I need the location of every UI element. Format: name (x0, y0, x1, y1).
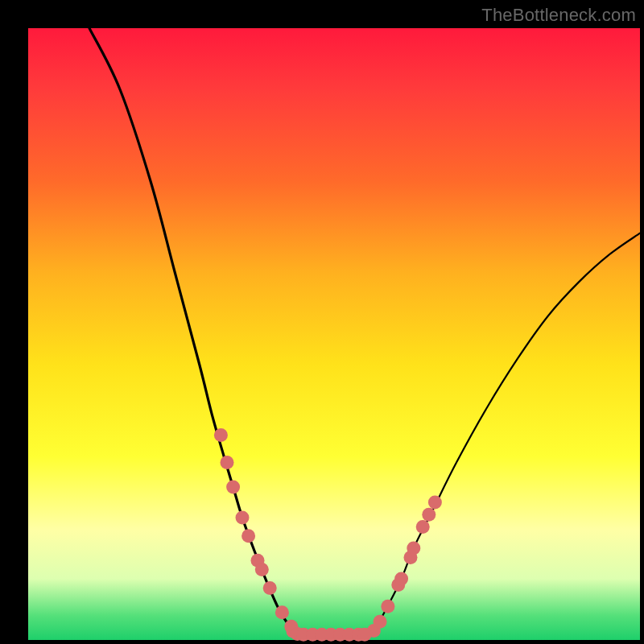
chart-marker (226, 481, 240, 494)
chart-marker (275, 605, 289, 619)
chart-marker (416, 520, 430, 534)
chart-frame: TheBottleneck.com (0, 0, 644, 644)
chart-marker (236, 511, 250, 525)
chart-marker (263, 581, 277, 595)
chart-marker (381, 600, 394, 613)
chart-svg (28, 28, 640, 640)
chart-marker (374, 615, 387, 629)
chart-marker (407, 542, 420, 555)
watermark-text: TheBottleneck.com (481, 5, 636, 26)
chart-marker (358, 628, 372, 642)
chart-lines (89, 28, 640, 634)
chart-marker (255, 563, 269, 576)
chart-marker (428, 496, 442, 510)
chart-marker (221, 456, 234, 469)
chart-plot-area (28, 28, 640, 640)
chart-markers (214, 428, 442, 642)
chart-marker (394, 572, 408, 586)
chart-line (89, 28, 303, 634)
chart-marker (422, 508, 436, 522)
chart-marker (214, 428, 228, 442)
chart-marker (242, 529, 255, 543)
